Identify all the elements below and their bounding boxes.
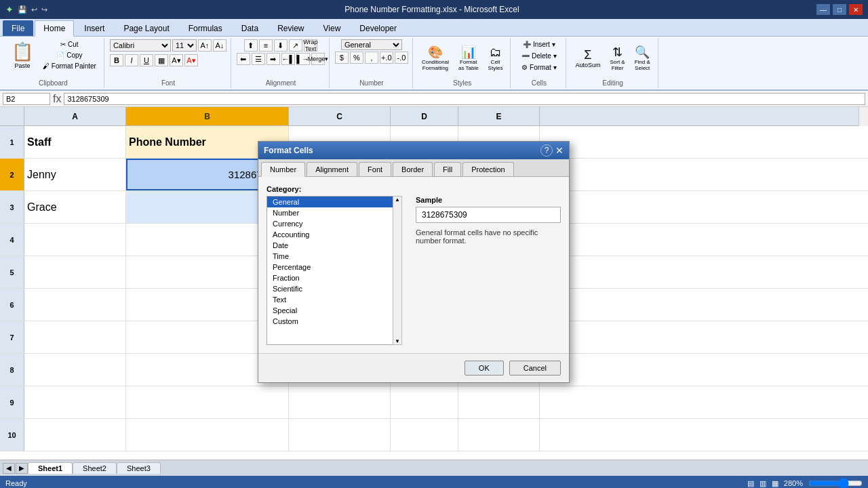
cell-a5[interactable]	[24, 256, 126, 288]
tab-formulas[interactable]: Formulas	[180, 20, 231, 36]
paste-button[interactable]: 📋 Paste	[7, 39, 38, 71]
cell-a1[interactable]: Staff	[24, 126, 126, 158]
category-item-fraction[interactable]: Fraction	[267, 272, 401, 283]
page-break-view-button[interactable]: ▦	[772, 479, 778, 488]
autosum-button[interactable]: Σ AutoSum	[572, 47, 604, 70]
align-center-button[interactable]: ☰	[252, 53, 265, 65]
tab-developer[interactable]: Developer	[351, 20, 406, 36]
category-item-date[interactable]: Date	[267, 240, 401, 251]
align-right-button[interactable]: ➡	[267, 53, 280, 65]
indent-decrease-button[interactable]: ←▌	[281, 53, 295, 65]
cell-c10[interactable]	[289, 419, 391, 451]
row-header-3[interactable]: 3	[0, 191, 24, 223]
sheet-tab-1[interactable]: Sheet1	[28, 462, 73, 474]
decrease-font-button[interactable]: A↓	[213, 39, 226, 52]
format-button[interactable]: ⚙ Format ▾	[518, 62, 559, 73]
fill-color-button[interactable]: A▾	[170, 54, 183, 66]
sheet-navigate-right[interactable]: ▶	[16, 463, 28, 474]
scroll-down-button[interactable]: ▼	[393, 338, 401, 344]
dialog-tab-alignment[interactable]: Alignment	[307, 162, 357, 176]
row-header-7[interactable]: 7	[0, 321, 24, 353]
cut-button[interactable]: ✂ Cut	[39, 39, 100, 49]
cell-b9[interactable]	[126, 386, 289, 418]
dialog-tab-font[interactable]: Font	[359, 162, 391, 176]
tab-home[interactable]: Home	[35, 20, 74, 37]
row-header-10[interactable]: 10	[0, 419, 24, 451]
category-item-currency[interactable]: Currency	[267, 218, 401, 229]
cell-reference-input[interactable]	[3, 93, 50, 105]
category-item-general[interactable]: General	[267, 197, 401, 207]
row-header-2[interactable]: 2	[0, 159, 24, 190]
col-header-d[interactable]: D	[391, 107, 458, 125]
cell-d10[interactable]	[391, 419, 458, 451]
cell-d9[interactable]	[391, 386, 458, 418]
minimize-button[interactable]: —	[816, 4, 830, 15]
tab-insert[interactable]: Insert	[75, 20, 113, 36]
cell-b10[interactable]	[126, 419, 289, 451]
conditional-formatting-button[interactable]: 🎨 ConditionalFormatting	[418, 44, 452, 73]
cell-styles-button[interactable]: 🗂 CellStyles	[485, 44, 507, 73]
row-header-8[interactable]: 8	[0, 354, 24, 386]
dialog-tab-fill[interactable]: Fill	[434, 162, 461, 176]
cell-e9[interactable]	[458, 386, 540, 418]
row-header-1[interactable]: 1	[0, 126, 24, 158]
align-left-button[interactable]: ⬅	[237, 53, 250, 65]
cell-a2[interactable]: Jenny	[24, 159, 126, 190]
col-header-a[interactable]: A	[24, 107, 126, 125]
tab-view[interactable]: View	[315, 20, 350, 36]
italic-button[interactable]: I	[125, 54, 138, 66]
category-item-accounting[interactable]: Accounting	[267, 229, 401, 240]
category-item-special[interactable]: Special	[267, 305, 401, 316]
find-select-button[interactable]: 🔍 Find &Select	[631, 44, 654, 73]
col-header-b[interactable]: B	[126, 107, 289, 125]
formula-input[interactable]	[64, 93, 865, 105]
increase-decimal-button[interactable]: +.0	[380, 52, 393, 64]
font-color-button[interactable]: A▾	[184, 54, 198, 66]
normal-view-button[interactable]: ▤	[747, 479, 754, 488]
ok-button[interactable]: OK	[465, 361, 504, 375]
col-header-c[interactable]: C	[289, 107, 391, 125]
cell-e10[interactable]	[458, 419, 540, 451]
align-top-button[interactable]: ⬆	[244, 39, 258, 52]
dialog-close-button[interactable]: ✕	[555, 145, 564, 156]
cell-a6[interactable]	[24, 289, 126, 321]
number-format-select[interactable]: General	[341, 39, 402, 50]
cell-a4[interactable]	[24, 224, 126, 256]
increase-font-button[interactable]: A↑	[198, 39, 212, 52]
category-item-number[interactable]: Number	[267, 207, 401, 218]
tab-page-layout[interactable]: Page Layout	[115, 20, 178, 36]
font-name-select[interactable]: Calibri	[110, 39, 171, 52]
comma-button[interactable]: ,	[365, 52, 378, 64]
cell-c9[interactable]	[289, 386, 391, 418]
cell-a9[interactable]	[24, 386, 126, 418]
zoom-slider[interactable]	[808, 478, 863, 488]
format-as-table-button[interactable]: 📊 Formatas Table	[455, 44, 482, 73]
align-bottom-button[interactable]: ⬇	[274, 39, 288, 52]
cancel-button[interactable]: Cancel	[509, 361, 561, 375]
sheet-navigate-left[interactable]: ◀	[3, 463, 15, 474]
select-all-button[interactable]	[0, 107, 24, 126]
category-item-custom[interactable]: Custom	[267, 316, 401, 327]
category-item-percentage[interactable]: Percentage	[267, 262, 401, 272]
orientation-button[interactable]: ↗	[289, 39, 302, 52]
row-header-4[interactable]: 4	[0, 224, 24, 256]
decrease-decimal-button[interactable]: -.0	[395, 52, 408, 64]
align-middle-button[interactable]: ≡	[259, 39, 273, 52]
sheet-tab-3[interactable]: Sheet3	[117, 462, 161, 474]
cell-a8[interactable]	[24, 354, 126, 386]
dialog-tab-number[interactable]: Number	[261, 162, 305, 177]
dialog-help-button[interactable]: ?	[540, 144, 553, 157]
percent-button[interactable]: %	[350, 52, 363, 64]
tab-review[interactable]: Review	[269, 20, 313, 36]
category-item-time[interactable]: Time	[267, 251, 401, 262]
insert-button[interactable]: ➕ Insert ▾	[519, 39, 559, 49]
border-button[interactable]: ▦	[155, 54, 168, 66]
wrap-text-button[interactable]: Wrap Text	[304, 39, 317, 52]
currency-button[interactable]: $	[335, 52, 349, 64]
close-button[interactable]: ✕	[849, 4, 863, 15]
font-size-select[interactable]: 11	[172, 39, 197, 52]
col-header-e[interactable]: E	[458, 107, 540, 125]
category-item-text[interactable]: Text	[267, 294, 401, 305]
format-painter-button[interactable]: 🖌 Format Painter	[39, 61, 100, 71]
dialog-tab-border[interactable]: Border	[393, 162, 433, 176]
